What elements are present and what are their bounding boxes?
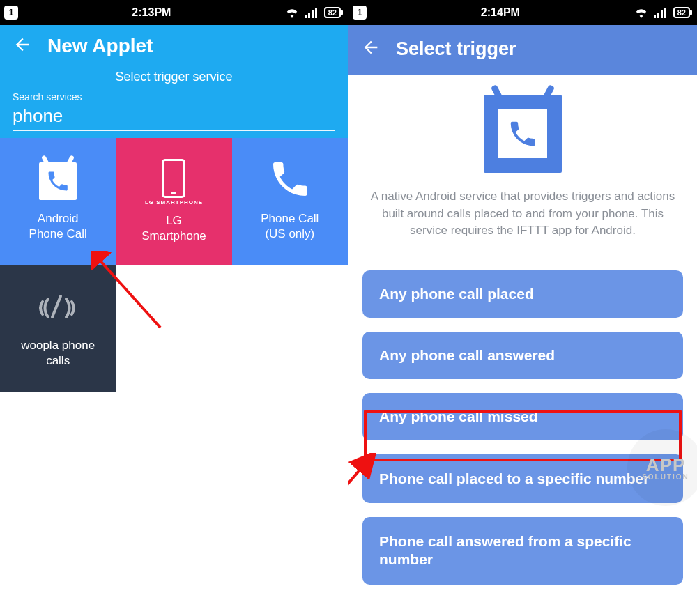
screen-new-applet: 1 2:13PM 82 New Applet Select trigger se… xyxy=(0,0,348,616)
empty-tile xyxy=(232,265,348,392)
screen-select-trigger: 1 2:14PM 82 Select trigger A native And xyxy=(348,0,697,616)
wifi-icon xyxy=(285,7,299,18)
search-input[interactable] xyxy=(13,105,335,127)
service-tile-label: woopla phone calls xyxy=(21,338,95,369)
page-title: Select trigger xyxy=(396,38,516,60)
sim-indicator: 1 xyxy=(353,6,367,20)
lg-icon-caption: LG SMARTPHONE xyxy=(145,199,203,206)
service-tile-label: Android Phone Call xyxy=(29,211,87,242)
svg-rect-7 xyxy=(661,10,663,18)
blank-area xyxy=(0,392,348,616)
svg-rect-5 xyxy=(654,15,656,18)
service-tile-woopla[interactable]: woopla phone calls xyxy=(0,265,116,392)
header-select-trigger: Select trigger xyxy=(348,25,697,75)
page-subtitle: Select trigger service xyxy=(13,70,335,84)
svg-rect-3 xyxy=(315,8,317,18)
empty-tile xyxy=(116,265,231,392)
service-tile-label: LG Smartphone xyxy=(141,213,206,244)
svg-rect-6 xyxy=(657,13,659,18)
trigger-any-call-answered[interactable]: Any phone call answered xyxy=(362,332,683,379)
service-tile-label: Phone Call (US only) xyxy=(261,211,319,242)
woopla-icon xyxy=(38,289,77,327)
service-grid: Android Phone Call LG SMARTPHONE LG Smar… xyxy=(0,138,348,265)
service-grid-row2: woopla phone calls xyxy=(0,265,348,392)
back-arrow-icon[interactable] xyxy=(361,38,381,60)
battery-indicator: 82 xyxy=(324,7,341,18)
trigger-any-call-placed[interactable]: Any phone call placed xyxy=(362,270,683,318)
status-icons-right: 82 xyxy=(634,7,690,18)
trigger-any-call-missed[interactable]: Any phone call missed xyxy=(362,393,683,440)
svg-rect-0 xyxy=(305,15,307,18)
sim-indicator: 1 xyxy=(4,6,18,20)
status-bar: 1 2:13PM 82 xyxy=(0,0,348,25)
svg-rect-1 xyxy=(308,13,310,18)
service-tile-phone-call-us[interactable]: Phone Call (US only) xyxy=(232,138,348,265)
wifi-icon xyxy=(634,7,648,18)
status-bar: 1 2:14PM 82 xyxy=(348,0,697,25)
status-time: 2:14PM xyxy=(481,6,520,19)
trigger-call-answered-specific[interactable]: Phone call answered from a specific numb… xyxy=(362,517,683,585)
status-icons-right: 82 xyxy=(285,7,341,18)
trigger-call-placed-specific[interactable]: Phone call placed to a specific number xyxy=(362,454,683,503)
svg-rect-8 xyxy=(664,8,666,18)
android-phone-call-icon xyxy=(39,162,77,200)
service-tile-lg-smartphone[interactable]: LG SMARTPHONE LG Smartphone xyxy=(116,138,231,265)
page-title: New Applet xyxy=(47,35,153,57)
trigger-content: A native Android service that provides t… xyxy=(348,75,697,616)
signal-icon xyxy=(305,7,319,18)
lg-smartphone-icon xyxy=(162,159,185,198)
phone-icon xyxy=(268,157,312,206)
svg-rect-2 xyxy=(312,10,314,18)
service-icon-android-phone-call xyxy=(484,95,562,173)
status-time: 2:13PM xyxy=(132,6,171,19)
search-label: Search services xyxy=(13,91,335,102)
back-arrow-icon[interactable] xyxy=(13,35,32,57)
service-tile-android-phone-call[interactable]: Android Phone Call xyxy=(0,138,116,265)
header-new-applet: New Applet Select trigger service Search… xyxy=(0,25,348,138)
service-description: A native Android service that provides t… xyxy=(362,188,683,240)
signal-icon xyxy=(654,7,668,18)
trigger-list: Any phone call placed Any phone call ans… xyxy=(362,270,683,585)
battery-indicator: 82 xyxy=(673,7,690,18)
